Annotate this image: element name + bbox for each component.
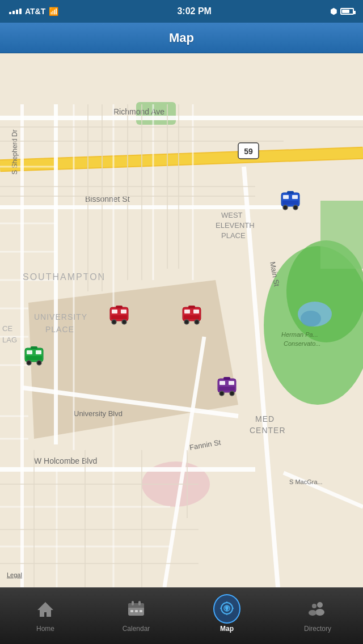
svg-text:ELEVENTH: ELEVENTH [216,221,255,230]
svg-point-103 [37,361,41,365]
calendar-icon [123,595,150,622]
bus-stop-red-1[interactable] [107,303,132,328]
tab-home[interactable]: Home [0,588,91,644]
svg-text:Herman Pa...: Herman Pa... [281,331,318,338]
svg-text:Richmond Ave: Richmond Ave [113,107,164,116]
svg-rect-101 [26,356,42,360]
bluetooth-icon: ⬢ [330,7,337,16]
tab-home-label: Home [36,625,54,633]
svg-rect-83 [287,191,294,194]
svg-text:CE: CE [2,324,12,333]
svg-rect-117 [138,601,141,605]
tab-calendar[interactable]: Calendar [91,588,182,644]
legal-link[interactable]: Legal [7,571,22,578]
carrier-label: AT&T [25,7,45,16]
bus-stop-blue[interactable] [278,188,303,213]
wifi-icon: 📶 [49,7,58,16]
svg-text:SOUTHAMPTON: SOUTHAMPTON [23,272,105,282]
svg-rect-108 [219,387,235,391]
tab-bar: Home Calendar [0,587,363,644]
status-right: ⬢ [330,7,354,16]
svg-text:University Blvd: University Blvd [74,409,123,418]
directory-icon [304,595,331,622]
svg-text:Conservato...: Conservato... [284,340,320,347]
svg-text:LAG: LAG [2,336,17,344]
svg-rect-116 [132,601,134,605]
tab-directory-label: Directory [304,625,331,633]
svg-text:CENTER: CENTER [250,426,286,435]
tab-calendar-label: Calendar [123,625,150,633]
tab-map-label: Map [220,625,234,633]
tab-map[interactable]: Map [182,588,272,644]
svg-rect-107 [229,381,234,385]
home-icon [32,595,59,622]
svg-rect-90 [116,306,123,308]
svg-point-130 [315,609,324,616]
svg-point-81 [283,205,288,210]
svg-rect-6 [320,201,363,269]
svg-text:S MacGra...: S MacGra... [289,478,323,485]
svg-point-89 [122,320,126,324]
battery-icon [340,8,354,15]
svg-point-110 [230,391,234,396]
svg-rect-85 [112,310,117,313]
svg-rect-97 [188,306,195,308]
svg-point-129 [317,602,323,608]
svg-rect-80 [282,201,298,205]
svg-point-4 [301,311,321,327]
svg-text:MED: MED [255,414,275,423]
svg-rect-120 [140,610,142,612]
map-icon [213,595,240,622]
svg-rect-100 [36,350,41,354]
nav-bar: Map [0,23,363,53]
svg-text:59: 59 [244,147,253,156]
svg-rect-79 [292,195,298,199]
svg-rect-118 [130,610,133,612]
svg-rect-111 [223,377,230,380]
svg-marker-112 [37,602,53,617]
bus-stop-green[interactable] [22,344,47,368]
svg-point-96 [195,320,199,324]
bus-stop-red-2[interactable] [179,303,204,328]
map-container[interactable]: 59 Richmond Ave Bissonnet St S Shepherd … [0,53,363,587]
bus-stop-purple[interactable] [214,374,239,399]
svg-rect-86 [121,310,126,313]
svg-point-102 [27,361,31,365]
svg-rect-78 [283,195,289,199]
svg-rect-104 [31,346,37,349]
status-bar: AT&T 📶 3:02 PM ⬢ [0,0,363,23]
svg-text:PLACE: PLACE [45,325,74,334]
tab-directory[interactable]: Directory [272,588,363,644]
svg-rect-92 [184,310,190,313]
svg-point-131 [312,604,316,608]
svg-rect-106 [220,381,225,385]
svg-point-82 [293,205,298,210]
svg-text:PLACE: PLACE [221,231,246,240]
svg-point-109 [220,391,224,396]
signal-bars-icon [9,9,22,14]
svg-text:S Shepherd Dr: S Shepherd Dr [11,130,19,175]
svg-rect-119 [135,610,138,612]
svg-text:UNIVERSITY: UNIVERSITY [34,312,87,321]
svg-point-132 [309,610,316,616]
page-title: Map [169,31,194,45]
svg-text:W Holcombe Blvd: W Holcombe Blvd [34,456,97,465]
svg-rect-27 [0,467,255,472]
svg-rect-115 [128,605,144,608]
svg-rect-87 [111,315,127,319]
status-time: 3:02 PM [177,6,211,16]
status-left: AT&T 📶 [9,7,58,16]
svg-rect-99 [27,350,32,354]
svg-point-95 [184,320,189,324]
svg-rect-93 [193,310,199,313]
svg-point-88 [112,320,116,324]
svg-text:WEST: WEST [221,211,243,219]
svg-rect-94 [184,315,200,319]
